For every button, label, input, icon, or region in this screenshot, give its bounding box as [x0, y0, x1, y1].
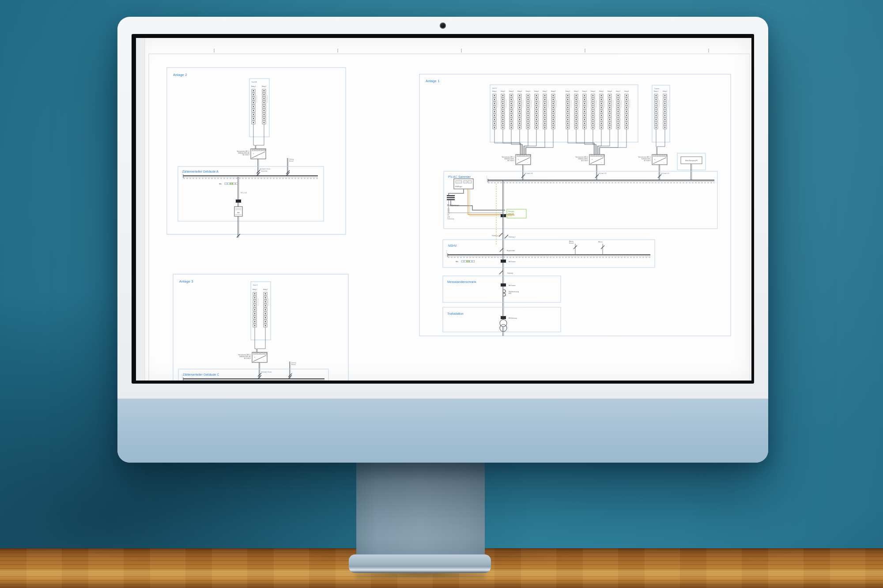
nshv-box: NSHVL1 L2 L3 N PEHauptschalterAbgangBest… [443, 240, 655, 274]
svg-text:Module 425 Wp: Module 425 Wp [556, 100, 557, 108]
screen: Anlage 2Dach AString 1Module 425 WpStrin… [136, 38, 751, 381]
svg-text:Bestand: Bestand [289, 160, 294, 162]
svg-text:3 L3: 3 L3 [447, 212, 450, 214]
svg-text:String 4: String 4 [591, 90, 596, 92]
anlage-3-section: Anlage 3Dach CString 1Module 425 WpStrin… [173, 274, 348, 381]
svg-text:HH-Sicherung: HH-Sicherung [509, 317, 517, 319]
pv-string-group: String 1Module 425 WpString 2Module 425 … [492, 90, 557, 155]
svg-text:6 Steuerung: 6 Steuerung [447, 218, 454, 220]
svg-text:Module 425 Wp: Module 425 Wp [612, 100, 614, 108]
monitor-frame: Anlage 2Dach AString 1Module 425 WpStrin… [117, 17, 768, 463]
board-a-title: Zählerverteiler Gebäude A [182, 170, 219, 173]
pv-string: String 5Module 425 Wp [597, 90, 605, 155]
anlage2-title: Anlage 2 [173, 73, 187, 77]
svg-text:String 6: String 6 [534, 90, 539, 92]
pv-string: String 5Module 425 Wp [524, 90, 532, 155]
svg-text:1 L1: 1 L1 [447, 208, 450, 210]
svg-text:5 PE: 5 PE [447, 216, 450, 218]
svg-text:Abgang: Abgang [598, 241, 603, 243]
svg-text:String 7: String 7 [616, 90, 621, 92]
inverter-symbol: =~Wechselrichter WR 1.1SUN2000-100KTLAC … [502, 155, 533, 180]
pv-string: String 1Module 425 Wp [253, 289, 259, 352]
svg-text:Hauptschalter: Hauptschalter [507, 250, 515, 252]
anlage2-roof-label: Dach A [252, 81, 257, 83]
svg-text:Kabelweg 2: Kabelweg 2 [509, 236, 516, 238]
pv-string-group: String 1Module 425 WpString 2Module 425 … [251, 86, 268, 149]
incoming-feed: ZuleitungBestand [288, 362, 296, 379]
anlage-1-section: Anlage 1Dach 1String 1Module 425 WpStrin… [419, 74, 731, 336]
svg-text:Module 425 Wp: Module 425 Wp [497, 100, 498, 108]
svg-text:Kabelweg 1: Kabelweg 1 [492, 235, 499, 237]
inverter-symbol: =~Wechselrichter WR 1.3SUN2000-25KTLAC 3… [638, 155, 669, 180]
anlage3-title: Anlage 3 [179, 279, 193, 283]
svg-text:NYY-J 5×16: NYY-J 5×16 [241, 192, 247, 194]
svg-text:AC 3×400 V: AC 3×400 V [244, 358, 251, 359]
svg-text:=: = [654, 158, 655, 160]
pv-string-group: String 1Module 425 WpString 2Module 425 … [654, 90, 669, 155]
svg-text:~: ~ [527, 162, 528, 164]
svg-text:Kabelweg: Kabelweg [507, 272, 513, 274]
svg-text:Module 425 Wp: Module 425 Wp [531, 100, 532, 108]
svg-text:String 3: String 3 [509, 90, 514, 92]
svg-text:L1 L2 L3 N PE: L1 L2 L3 N PE [486, 175, 487, 182]
board-c-title: Zählerverteiler Gebäude C [183, 373, 219, 376]
svg-text:=: = [518, 158, 519, 160]
svg-text:Module 425 Wp: Module 425 Wp [257, 298, 259, 306]
svg-text:String 2: String 2 [501, 90, 506, 92]
svg-text:Module 425 Wp: Module 425 Wp [514, 100, 515, 108]
svg-text:Module 425 Wp: Module 425 Wp [587, 100, 589, 108]
svg-text:Kl. 0,5 S: Kl. 0,5 S [508, 215, 513, 216]
svg-text:String 3: String 3 [582, 90, 587, 92]
svg-text:AC 3×400 V: AC 3×400 V [581, 160, 588, 162]
svg-text:AC 3×400 V: AC 3×400 V [644, 160, 651, 162]
svg-text:AC 3×400 V: AC 3×400 V [243, 154, 249, 156]
metering-title: Messwandlerschrank [447, 280, 476, 283]
anlage1-roof2-label: Carport [654, 88, 659, 90]
metering-note: Übergabe-zähler PVKl. 0,5 S [501, 209, 526, 218]
svg-text:~: ~ [262, 156, 263, 158]
monitor-stand-column [356, 460, 485, 558]
svg-text:Module 425 Wp: Module 425 Wp [570, 100, 572, 108]
svg-text:AC 3×400 V: AC 3×400 V [508, 160, 514, 162]
screen-bezel: Anlage 2Dach AString 1Module 425 WpStrin… [132, 34, 754, 384]
svg-text:Module 425 Wp: Module 425 Wp [522, 100, 524, 108]
anlage-2-section: Anlage 2Dach AString 1Module 425 WpStrin… [167, 68, 346, 237]
svg-text:String 1: String 1 [492, 90, 497, 92]
terminals-title: Prüfklemmen [447, 204, 460, 207]
svg-text:Bestand: Bestand [291, 364, 296, 366]
svg-text:~: ~ [601, 162, 602, 164]
device-label: EZA-Regler [455, 186, 462, 188]
svg-text:zähler PV: zähler PV [508, 213, 514, 215]
generation-meter-label: Zähler Erzeugung PV [685, 160, 698, 162]
svg-text:NH-Trenner: NH-Trenner [509, 261, 516, 263]
svg-text:L1 L2 L3 N PE: L1 L2 L3 N PE [181, 171, 182, 177]
svg-text:String 2: String 2 [663, 90, 668, 92]
svg-text:=: = [254, 356, 255, 358]
svg-text:String 4: String 4 [517, 90, 522, 92]
svg-text:PAS: PAS [456, 261, 458, 263]
nshv-title: NSHV [448, 244, 457, 247]
trafostation-box: TrafostationHH-Sicherung [443, 307, 561, 332]
svg-text:AC-Kabel 5×16 mm²: AC-Kabel 5×16 mm² [260, 168, 271, 170]
anlage1-roof-label: Dach 1 [492, 87, 497, 89]
svg-text:String 2: String 2 [263, 289, 268, 290]
zaehlerverteiler-a-box: Zählerverteiler Gebäude AL1 L2 L3 N PESL… [178, 166, 324, 237]
generation-meter: Zähler Erzeugung PV [677, 153, 706, 180]
pv-string: String 4Module 425 Wp [517, 90, 524, 155]
svg-text:String 2: String 2 [574, 90, 579, 92]
svg-text:Übergabe-: Übergabe- [508, 211, 514, 212]
svg-text:kWh: kWh [237, 212, 240, 214]
collector-title: PV-AC Sammler [448, 175, 471, 178]
svg-text:AC-Kabel 5×16 mm²: AC-Kabel 5×16 mm² [261, 371, 272, 373]
svg-text:String 8: String 8 [551, 90, 556, 92]
svg-text:Module 425 Wp: Module 425 Wp [579, 100, 580, 108]
camera-icon [440, 23, 446, 29]
pv-string: String 1Module 425 Wp [251, 86, 257, 149]
svg-text:String 5: String 5 [599, 90, 604, 92]
svg-text:Module 425 Wp: Module 425 Wp [621, 100, 622, 108]
pv-string: String 2Module 425 Wp [257, 289, 269, 352]
svg-text:Module 425 Wp: Module 425 Wp [256, 95, 257, 103]
svg-text:String 6: String 6 [608, 90, 612, 92]
pv-string: String 2Module 425 Wp [256, 86, 268, 149]
anlage1-title: Anlage 1 [426, 79, 440, 83]
